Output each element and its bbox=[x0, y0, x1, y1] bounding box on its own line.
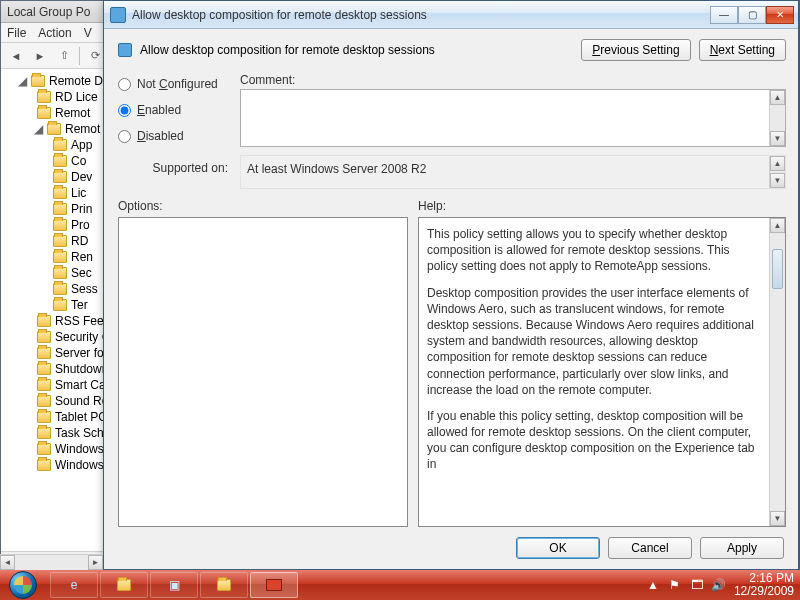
folder-icon bbox=[53, 139, 67, 151]
options-label: Options: bbox=[118, 199, 408, 213]
close-button[interactable]: ✕ bbox=[766, 6, 794, 24]
apply-button[interactable]: Apply bbox=[700, 537, 784, 559]
menu-file[interactable]: File bbox=[7, 26, 26, 40]
folder-icon bbox=[37, 331, 51, 343]
tray-up-icon[interactable]: ▲ bbox=[646, 578, 660, 592]
scroll-up-icon[interactable]: ▲ bbox=[770, 156, 785, 171]
tree-hscrollbar[interactable]: ◄ ► bbox=[0, 554, 103, 570]
help-text: This policy setting allows you to specif… bbox=[419, 218, 785, 526]
toolbar-divider bbox=[79, 47, 80, 65]
folder-icon bbox=[53, 203, 67, 215]
scroll-down-icon[interactable]: ▼ bbox=[770, 173, 785, 188]
help-p1: This policy setting allows you to specif… bbox=[427, 226, 763, 275]
folder-icon bbox=[53, 219, 67, 231]
radio-not-configured[interactable]: Not Configured bbox=[118, 77, 228, 91]
folder-icon bbox=[53, 283, 67, 295]
scroll-up-icon[interactable]: ▲ bbox=[770, 90, 785, 105]
folder-icon bbox=[53, 267, 67, 279]
taskbar-item-powershell[interactable]: ▣ bbox=[150, 572, 198, 598]
gpe-title-text: Local Group Po bbox=[7, 5, 90, 19]
folder-icon bbox=[53, 251, 67, 263]
start-orb-icon bbox=[9, 571, 37, 599]
prev-rest: revious Setting bbox=[600, 43, 679, 57]
folder-icon bbox=[37, 379, 51, 391]
powershell-icon: ▣ bbox=[169, 578, 180, 592]
menu-view-cut[interactable]: V bbox=[84, 26, 92, 40]
folder-icon bbox=[31, 75, 45, 87]
taskbar-item-explorer2[interactable] bbox=[200, 572, 248, 598]
folder-icon bbox=[37, 395, 51, 407]
previous-setting-button[interactable]: Previous Setting bbox=[581, 39, 690, 61]
folder-icon bbox=[37, 363, 51, 375]
dialog-title-text: Allow desktop composition for remote des… bbox=[132, 8, 710, 22]
folder-icon bbox=[53, 171, 67, 183]
taskbar: e ▣ ▲ ⚑ 🗔 🔊 2:16 PM 12/29/2009 bbox=[0, 570, 800, 600]
folder-icon bbox=[117, 579, 131, 591]
scroll-thumb[interactable] bbox=[772, 249, 783, 289]
dialog-titlebar[interactable]: Allow desktop composition for remote des… bbox=[104, 1, 798, 29]
start-button[interactable] bbox=[0, 570, 46, 600]
dialog-body: Allow desktop composition for remote des… bbox=[104, 29, 798, 569]
clock[interactable]: 2:16 PM 12/29/2009 bbox=[734, 572, 794, 598]
cancel-button[interactable]: Cancel bbox=[608, 537, 692, 559]
forward-button[interactable]: ► bbox=[29, 46, 51, 66]
scroll-up-icon[interactable]: ▲ bbox=[770, 218, 785, 233]
next-rest: ext Setting bbox=[718, 43, 775, 57]
scroll-down-icon[interactable]: ▼ bbox=[770, 131, 785, 146]
folder-icon bbox=[37, 427, 51, 439]
help-p2: Desktop composition provides the user in… bbox=[427, 285, 763, 398]
folder-icon bbox=[37, 443, 51, 455]
folder-icon bbox=[37, 459, 51, 471]
system-tray: ▲ ⚑ 🗔 🔊 2:16 PM 12/29/2009 bbox=[640, 572, 800, 598]
policy-dialog: Allow desktop composition for remote des… bbox=[103, 0, 799, 570]
supported-label: Supported on: bbox=[118, 155, 228, 175]
scroll-down-icon[interactable]: ▼ bbox=[770, 511, 785, 526]
folder-icon bbox=[37, 315, 51, 327]
ok-button[interactable]: OK bbox=[516, 537, 600, 559]
volume-icon[interactable]: 🔊 bbox=[712, 578, 726, 592]
maximize-button[interactable]: ▢ bbox=[738, 6, 766, 24]
back-button[interactable]: ◄ bbox=[5, 46, 27, 66]
taskbar-item-explorer[interactable] bbox=[100, 572, 148, 598]
options-box bbox=[118, 217, 408, 527]
help-box: This policy setting allows you to specif… bbox=[418, 217, 786, 527]
help-p3: If you enable this policy setting, deskt… bbox=[427, 408, 763, 473]
folder-icon bbox=[53, 155, 67, 167]
folder-icon bbox=[53, 235, 67, 247]
supported-box: At least Windows Server 2008 R2 ▲ ▼ bbox=[240, 155, 786, 189]
clock-date: 12/29/2009 bbox=[734, 585, 794, 598]
taskbar-item-active[interactable] bbox=[250, 572, 298, 598]
scroll-right-icon[interactable]: ► bbox=[88, 555, 103, 570]
taskbar-items: e ▣ bbox=[46, 570, 302, 600]
folder-icon bbox=[37, 347, 51, 359]
up-button[interactable]: ⇧ bbox=[53, 46, 75, 66]
comment-textbox[interactable]: ▲ ▼ bbox=[240, 89, 786, 147]
comment-label: Comment: bbox=[240, 73, 786, 87]
folder-icon bbox=[47, 123, 61, 135]
folder-icon bbox=[37, 107, 51, 119]
flag-icon[interactable]: ⚑ bbox=[668, 578, 682, 592]
minimize-button[interactable]: ― bbox=[710, 6, 738, 24]
tree-root-label: Remote De bbox=[49, 74, 110, 88]
help-label: Help: bbox=[418, 199, 786, 213]
scroll-left-icon[interactable]: ◄ bbox=[0, 555, 15, 570]
taskbar-item-ie[interactable]: e bbox=[50, 572, 98, 598]
dialog-heading: Allow desktop composition for remote des… bbox=[140, 43, 435, 57]
supported-scrollbar[interactable]: ▲ ▼ bbox=[769, 156, 785, 188]
comment-scrollbar[interactable]: ▲ ▼ bbox=[769, 90, 785, 146]
folder-icon bbox=[37, 411, 51, 423]
network-icon[interactable]: 🗔 bbox=[690, 578, 704, 592]
radio-disabled[interactable]: Disabled bbox=[118, 129, 228, 143]
folder-icon bbox=[53, 187, 67, 199]
policy-icon bbox=[118, 43, 132, 57]
supported-text: At least Windows Server 2008 R2 bbox=[247, 162, 426, 176]
radio-enabled[interactable]: Enabled bbox=[118, 103, 228, 117]
folder-icon bbox=[37, 91, 51, 103]
dialog-title-icon bbox=[110, 7, 126, 23]
next-setting-button[interactable]: Next Setting bbox=[699, 39, 786, 61]
folder-icon bbox=[53, 299, 67, 311]
menu-action[interactable]: Action bbox=[38, 26, 71, 40]
toolbox-icon bbox=[266, 579, 282, 591]
ie-icon: e bbox=[71, 578, 78, 592]
help-scrollbar[interactable]: ▲ ▼ bbox=[769, 218, 785, 526]
